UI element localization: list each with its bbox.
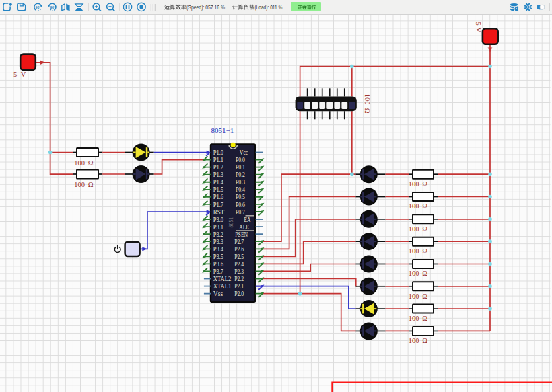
svg-text:100: 100 xyxy=(409,315,419,322)
svg-text:P1.4: P1.4 xyxy=(213,178,224,186)
svg-text:P2.1: P2.1 xyxy=(234,282,244,290)
svg-text:P3.0: P3.0 xyxy=(213,216,223,223)
svg-text:100: 100 xyxy=(409,270,419,277)
svg-text:P2.7: P2.7 xyxy=(234,238,244,245)
svg-text:P1.1: P1.1 xyxy=(213,156,223,163)
svg-text:100: 100 xyxy=(409,337,419,344)
svg-text:100 Ω: 100 Ω xyxy=(364,94,371,114)
svg-text:P0.0: P0.0 xyxy=(236,156,245,163)
svg-text:P3.1: P3.1 xyxy=(213,223,223,231)
svg-text:P2.0: P2.0 xyxy=(234,290,244,297)
svg-text:Ω: Ω xyxy=(88,181,94,188)
svg-text:Ω: Ω xyxy=(88,159,94,167)
svg-text:P1.5: P1.5 xyxy=(213,186,223,193)
svg-text:90°: 90° xyxy=(36,5,41,9)
svg-text:P0.7: P0.7 xyxy=(236,208,245,216)
svg-text:XTAL1: XTAL1 xyxy=(213,282,231,290)
svg-text:P0.5: P0.5 xyxy=(236,193,245,200)
svg-text:Vcc: Vcc xyxy=(240,149,248,156)
svg-text:100: 100 xyxy=(409,292,419,300)
svg-text:5 V: 5 V xyxy=(475,22,482,33)
svg-text:P3.6: P3.6 xyxy=(213,260,223,268)
svg-text:P1.2: P1.2 xyxy=(213,163,223,171)
svg-text:Ω: Ω xyxy=(422,270,427,277)
svg-text:(Load): 011 %: (Load): 011 % xyxy=(254,3,282,11)
svg-text:PSEN: PSEN xyxy=(235,231,248,238)
svg-text:EA: EA xyxy=(244,216,250,223)
svg-text:Ω: Ω xyxy=(422,202,427,210)
svg-text:P0.3: P0.3 xyxy=(236,178,245,186)
svg-text:P3.5: P3.5 xyxy=(213,253,223,260)
svg-text:XTAL2: XTAL2 xyxy=(213,275,231,282)
svg-text:ALE: ALE xyxy=(239,223,249,231)
svg-text:100: 100 xyxy=(74,159,85,167)
svg-text:Ω: Ω xyxy=(422,292,427,300)
svg-text:Ω: Ω xyxy=(422,180,427,188)
svg-text:P1.7: P1.7 xyxy=(213,201,223,208)
svg-text:P2.4: P2.4 xyxy=(234,260,244,268)
svg-text:5: 5 xyxy=(13,71,17,78)
svg-text:V: V xyxy=(21,71,26,78)
svg-text:P1.3: P1.3 xyxy=(213,171,223,178)
svg-text:100: 100 xyxy=(74,181,85,188)
svg-text:P0.6: P0.6 xyxy=(236,201,245,208)
svg-text:100: 100 xyxy=(409,247,419,255)
svg-text:P3.2: P3.2 xyxy=(213,231,223,238)
svg-text:P3.7: P3.7 xyxy=(213,268,223,275)
svg-text:P0.2: P0.2 xyxy=(236,171,245,178)
svg-text:P1.6: P1.6 xyxy=(213,193,223,200)
svg-text:100: 100 xyxy=(409,225,419,233)
svg-text:RST: RST xyxy=(213,208,225,216)
svg-text:100: 100 xyxy=(409,202,419,210)
svg-text:P0.4: P0.4 xyxy=(236,186,246,193)
svg-text:P2.5: P2.5 xyxy=(234,253,244,260)
svg-text:90°: 90° xyxy=(50,5,55,9)
svg-text:Ω: Ω xyxy=(422,315,427,322)
svg-text:P2.3: P2.3 xyxy=(234,268,244,275)
svg-text:P1.0: P1.0 xyxy=(213,149,223,156)
svg-text:8051: 8051 xyxy=(228,217,234,227)
svg-text:P2.2: P2.2 xyxy=(234,275,244,282)
svg-text:P3.3: P3.3 xyxy=(213,238,223,245)
svg-text:100: 100 xyxy=(409,180,419,188)
svg-text:Vss: Vss xyxy=(213,290,223,297)
svg-text:Ω: Ω xyxy=(422,225,427,233)
svg-text:P3.4: P3.4 xyxy=(213,245,224,253)
svg-text:P0.1: P0.1 xyxy=(236,163,245,171)
svg-text:Ω: Ω xyxy=(422,337,427,344)
svg-text:(Speed): 057.16 %: (Speed): 057.16 % xyxy=(186,3,225,11)
svg-text:8051−1: 8051−1 xyxy=(211,126,234,134)
svg-text:P2.6: P2.6 xyxy=(234,245,244,253)
svg-text:Ω: Ω xyxy=(422,247,427,255)
